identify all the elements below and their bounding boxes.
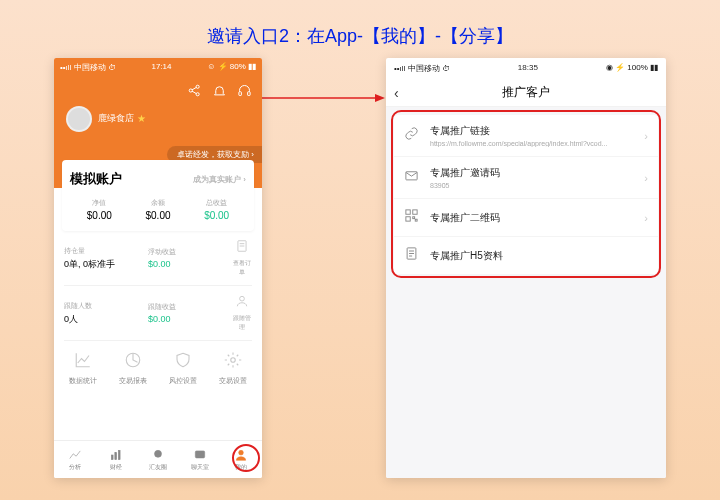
followers-row[interactable]: 跟随人数0人 跟随收益$0.00 跟随管理 bbox=[54, 286, 262, 340]
svg-rect-15 bbox=[112, 455, 114, 460]
account-title: 模拟账户 bbox=[70, 170, 122, 188]
follow-mgmt-icon[interactable]: 跟随管理 bbox=[232, 294, 252, 332]
status-bar: ••ıll 中国移动 ⏱ 18:35 ◉ ⚡ 100% ▮▮ bbox=[386, 58, 666, 79]
tool-risk[interactable]: 风控设置 bbox=[158, 351, 208, 386]
tab-chat[interactable]: 聊天室 bbox=[179, 441, 221, 478]
orders-icon[interactable]: 查看订单 bbox=[232, 239, 252, 277]
svg-marker-1 bbox=[375, 94, 385, 102]
svg-rect-19 bbox=[195, 450, 204, 457]
tool-settings[interactable]: 交易设置 bbox=[208, 351, 258, 386]
tab-analysis[interactable]: 分析 bbox=[54, 441, 96, 478]
nav-bar: ‹ 推广客户 bbox=[386, 79, 666, 107]
svg-rect-7 bbox=[239, 92, 242, 96]
status-bar: ••ıll 中国移动 ⏱ 17:14 ☺ ⚡ 80% ▮▮ bbox=[54, 58, 262, 77]
svg-rect-17 bbox=[119, 450, 121, 459]
svg-point-18 bbox=[154, 450, 161, 457]
become-real-link[interactable]: 成为真实账户 › bbox=[193, 174, 246, 185]
tool-report[interactable]: 交易报表 bbox=[108, 351, 158, 386]
avatar[interactable] bbox=[66, 106, 92, 132]
tab-finance[interactable]: 财经 bbox=[96, 441, 138, 478]
highlight-circle-my bbox=[232, 444, 260, 472]
caption: 邀请入口2：在App-【我的】-【分享】 bbox=[0, 0, 720, 58]
back-button[interactable]: ‹ bbox=[394, 85, 399, 101]
page-title: 推广客户 bbox=[502, 84, 550, 101]
phone-promote-screen: ••ıll 中国移动 ⏱ 18:35 ◉ ⚡ 100% ▮▮ ‹ 推广客户 专属… bbox=[386, 58, 666, 478]
star-icon: ★ bbox=[137, 113, 146, 124]
position-row[interactable]: 持仓量0单, 0标准手 浮动收益$0.00 查看订单 bbox=[54, 231, 262, 285]
svg-point-14 bbox=[231, 358, 236, 363]
tool-stats[interactable]: 数据统计 bbox=[58, 351, 108, 386]
svg-point-12 bbox=[240, 296, 245, 301]
metrics-row: 净值$0.00 余额$0.00 总收益$0.00 bbox=[70, 198, 246, 221]
tools-grid: 数据统计 交易报表 风控设置 交易设置 bbox=[54, 341, 262, 396]
headset-icon[interactable] bbox=[237, 83, 252, 102]
highlight-box bbox=[391, 110, 661, 278]
tab-community[interactable]: 汇友圈 bbox=[137, 441, 179, 478]
svg-rect-16 bbox=[115, 452, 117, 459]
username: 鹿绿食店★ bbox=[98, 112, 146, 125]
svg-rect-8 bbox=[248, 92, 251, 96]
share-icon[interactable] bbox=[187, 83, 202, 102]
svg-line-5 bbox=[192, 87, 196, 90]
bell-icon[interactable] bbox=[212, 83, 227, 102]
tab-bar: 分析 财经 汇友圈 聊天室 我的 bbox=[54, 440, 262, 478]
phone-my-screen: ••ıll 中国移动 ⏱ 17:14 ☺ ⚡ 80% ▮▮ 鹿绿食店★ 卓诺经发… bbox=[54, 58, 262, 478]
svg-line-6 bbox=[192, 91, 196, 94]
account-card: 模拟账户 成为真实账户 › 净值$0.00 余额$0.00 总收益$0.00 bbox=[62, 160, 254, 231]
